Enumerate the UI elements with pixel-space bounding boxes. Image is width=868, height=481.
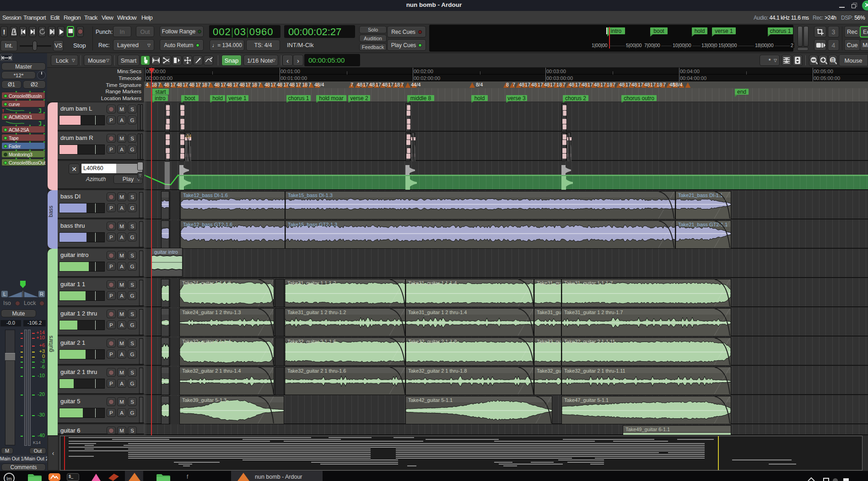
- svg-text:04: 04: [186, 134, 191, 139]
- svg-text:!: !: [3, 28, 5, 36]
- svg-text:[]: []: [831, 57, 834, 63]
